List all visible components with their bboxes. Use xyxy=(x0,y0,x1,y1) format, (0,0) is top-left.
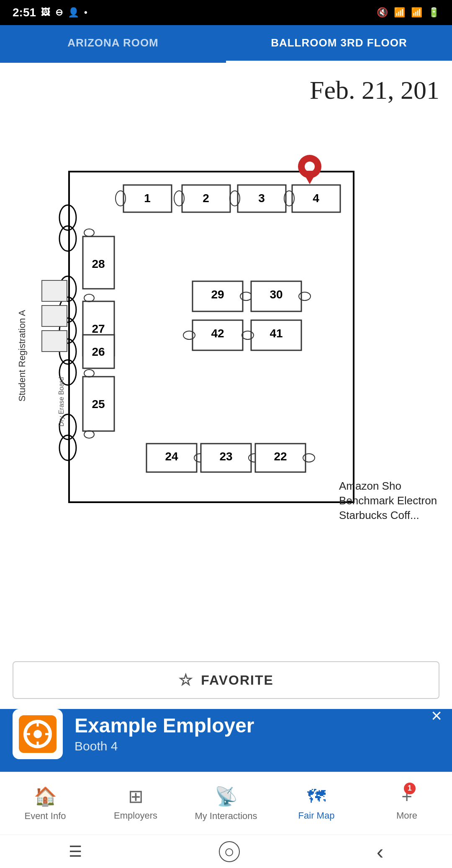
android-menu-button[interactable]: ☰ xyxy=(69,843,82,860)
svg-text:30: 30 xyxy=(270,288,282,301)
svg-text:3: 3 xyxy=(258,192,265,205)
nav-label-event-info: Event Info xyxy=(24,811,66,822)
svg-text:28: 28 xyxy=(92,257,105,270)
svg-text:22: 22 xyxy=(274,450,287,463)
svg-point-32 xyxy=(84,229,94,236)
interactions-icon: 📡 xyxy=(215,786,238,807)
employer-booth: Booth 4 xyxy=(74,739,439,753)
status-bar: 2:51 🖼 ⊖ 👤 • 🔇 📶 📶 🔋 xyxy=(0,0,452,25)
minus-circle-icon: ⊖ xyxy=(55,7,63,18)
svg-text:2: 2 xyxy=(203,192,209,205)
svg-text:23: 23 xyxy=(219,450,232,463)
svg-point-40 xyxy=(84,370,94,377)
mute-icon: 🔇 xyxy=(377,7,388,18)
svg-text:42: 42 xyxy=(211,327,224,340)
svg-text:Dry Erase Board: Dry Erase Board xyxy=(58,377,65,426)
svg-rect-11 xyxy=(42,280,67,301)
svg-text:Starbucks Coff...: Starbucks Coff... xyxy=(339,509,419,521)
status-bar-right: 🔇 📶 📶 🔋 xyxy=(377,7,439,18)
employer-logo-inner xyxy=(19,715,56,753)
nav-label-my-interactions: My Interactions xyxy=(195,811,257,822)
wifi-icon: 📶 xyxy=(394,7,405,18)
map-icon: 🗺 xyxy=(307,786,326,807)
svg-marker-29 xyxy=(302,171,317,184)
photo-icon: 🖼 xyxy=(41,7,50,18)
favorite-button[interactable]: ☆ FAVORITE xyxy=(13,661,439,699)
svg-rect-13 xyxy=(42,331,67,352)
employer-panel-header: Example Employer Booth 4 × xyxy=(0,701,452,772)
android-home-button[interactable]: ○ xyxy=(219,841,240,862)
employer-name: Example Employer xyxy=(74,715,439,737)
nav-item-my-interactions[interactable]: 📡 My Interactions xyxy=(181,781,271,826)
tab-arizona-room[interactable]: ARIZONA ROOM xyxy=(0,25,226,63)
person-icon: 👤 xyxy=(68,7,79,18)
employer-info: Example Employer Booth 4 xyxy=(74,715,439,754)
home-icon: 🏠 xyxy=(34,786,57,807)
nav-label-more: More xyxy=(396,810,417,821)
employers-grid-icon: ⊞ xyxy=(128,786,144,807)
svg-point-67 xyxy=(33,730,42,738)
android-nav-bar: ☰ ○ ‹ xyxy=(0,835,452,868)
svg-text:Student Registration A: Student Registration A xyxy=(17,310,27,401)
floor-map-svg: Student Registration A Dry Erase Board 1… xyxy=(0,63,452,523)
svg-rect-12 xyxy=(42,306,67,326)
svg-text:1: 1 xyxy=(144,192,151,205)
status-bar-left: 2:51 🖼 ⊖ 👤 • xyxy=(13,6,87,19)
nav-item-employers[interactable]: ⊞ Employers xyxy=(90,781,181,825)
nav-label-employers: Employers xyxy=(114,810,157,821)
svg-text:25: 25 xyxy=(92,398,105,411)
signal-icon: 📶 xyxy=(411,7,422,18)
svg-text:27: 27 xyxy=(92,322,105,335)
time-display: 2:51 xyxy=(13,6,36,19)
more-badge: 1 xyxy=(404,783,416,794)
employer-logo-svg xyxy=(21,717,54,751)
bottom-nav: 🏠 Event Info ⊞ Employers 📡 My Interactio… xyxy=(0,772,452,835)
svg-text:41: 41 xyxy=(270,327,282,340)
svg-text:Benchmark Electron: Benchmark Electron xyxy=(339,494,437,507)
svg-text:Amazon Sho: Amazon Sho xyxy=(339,480,401,492)
more-badge-container: + 1 xyxy=(401,786,412,807)
nav-item-fair-map[interactable]: 🗺 Fair Map xyxy=(271,782,362,825)
svg-text:24: 24 xyxy=(165,450,178,463)
favorite-label: FAVORITE xyxy=(201,673,274,688)
svg-text:26: 26 xyxy=(92,345,105,358)
svg-text:4: 4 xyxy=(313,192,319,205)
close-panel-button[interactable]: × xyxy=(431,706,442,725)
nav-label-fair-map: Fair Map xyxy=(298,810,335,821)
battery-icon: 🔋 xyxy=(428,7,439,18)
svg-text:29: 29 xyxy=(211,288,224,301)
employer-logo xyxy=(13,709,63,759)
dot-icon: • xyxy=(84,7,87,18)
favorite-section: ☆ FAVORITE xyxy=(0,651,452,709)
nav-item-more[interactable]: + 1 More xyxy=(362,782,452,825)
star-icon: ☆ xyxy=(178,671,193,689)
top-nav: ARIZONA ROOM BALLROOM 3RD FLOOR xyxy=(0,25,452,63)
svg-point-35 xyxy=(84,294,94,302)
nav-item-event-info[interactable]: 🏠 Event Info xyxy=(0,781,90,826)
svg-point-41 xyxy=(84,431,94,438)
map-area[interactable]: Feb. 21, 201 Student Registration A Dry … xyxy=(0,63,452,523)
tab-ballroom-3rd-floor[interactable]: BALLROOM 3RD FLOOR xyxy=(226,25,452,63)
android-back-button[interactable]: ‹ xyxy=(377,840,384,864)
